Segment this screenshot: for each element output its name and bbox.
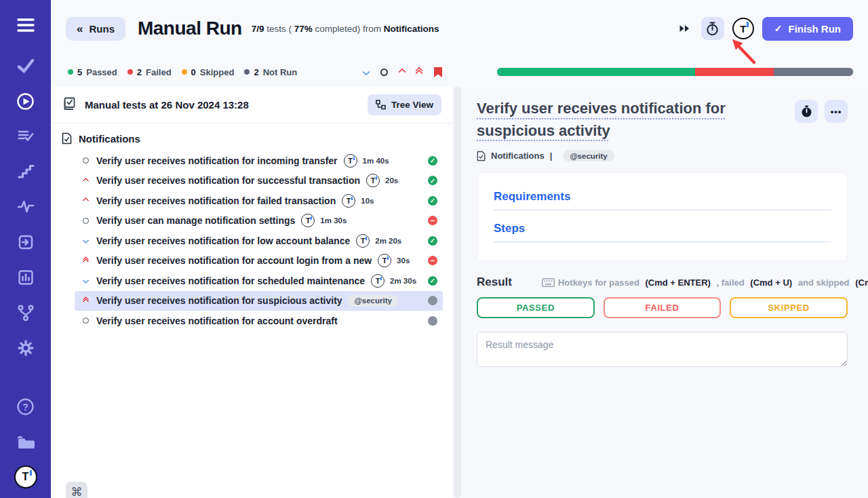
priority-highest-icon bbox=[81, 297, 90, 304]
result-not-run-icon bbox=[428, 316, 437, 326]
scrollbar-track[interactable] bbox=[454, 87, 461, 498]
hotkeys-hint: Hotkeys for passed (Cmd + ENTER) , faile… bbox=[542, 277, 868, 288]
automation-logo-icon: T bbox=[366, 174, 380, 187]
skipped-button[interactable]: SKIPPED bbox=[730, 297, 848, 318]
test-row[interactable]: Verify user receives notification for ac… bbox=[75, 251, 443, 271]
content: Manual tests at 26 Nov 2024 13:28 Tree V… bbox=[51, 87, 868, 498]
run-progress-bar bbox=[497, 68, 853, 76]
failed-button[interactable]: FAILED bbox=[604, 297, 722, 318]
file-check-icon bbox=[62, 132, 72, 145]
logo-letter: T bbox=[740, 23, 746, 35]
test-row-selected[interactable]: Verify user receives notification for su… bbox=[75, 291, 443, 311]
chevron-down-icon[interactable] bbox=[363, 69, 369, 75]
ellipsis-icon: ••• bbox=[831, 107, 842, 117]
pulse-icon[interactable] bbox=[14, 195, 37, 218]
runs-play-icon[interactable] bbox=[14, 90, 37, 113]
skipped-count: 0Skipped bbox=[182, 67, 235, 77]
test-row[interactable]: Verify user receives notification for fa… bbox=[75, 191, 443, 211]
result-message-input[interactable] bbox=[477, 332, 848, 367]
test-plans-icon[interactable] bbox=[14, 125, 37, 148]
test-row[interactable]: Verify user receives notification for sc… bbox=[75, 271, 443, 291]
result-passed-icon bbox=[428, 236, 437, 246]
steps-icon[interactable] bbox=[14, 160, 37, 183]
run-checklist-icon bbox=[62, 96, 77, 114]
requirements-section-heading[interactable]: Requirements bbox=[494, 190, 831, 210]
result-row: Result Hotkeys for passed (Cmd + ENTER) … bbox=[477, 275, 848, 289]
double-chevron-up-icon[interactable] bbox=[416, 68, 422, 76]
progress-passed-segment bbox=[497, 68, 695, 76]
settings-gear-icon[interactable] bbox=[14, 337, 37, 360]
help-icon[interactable]: ? bbox=[14, 395, 37, 418]
logo-letter: T bbox=[22, 471, 29, 483]
more-options-button[interactable]: ••• bbox=[825, 100, 848, 123]
tests-check-icon[interactable] bbox=[14, 54, 37, 77]
branches-icon[interactable] bbox=[14, 301, 37, 324]
result-passed-icon bbox=[428, 196, 437, 206]
priority-normal-icon bbox=[81, 218, 90, 224]
failed-count: 2Failed bbox=[127, 67, 172, 77]
test-duration: 2m 20s bbox=[375, 237, 401, 245]
not-run-count: 2Not Run bbox=[244, 67, 297, 77]
breadcrumb-folder[interactable]: Notifications bbox=[491, 151, 545, 161]
timer-button[interactable] bbox=[701, 17, 724, 40]
progress-failed-segment bbox=[695, 68, 774, 76]
file-check-icon bbox=[477, 151, 486, 161]
account-logo[interactable]: T bbox=[732, 18, 754, 39]
test-title: Verify user receives notification for su… bbox=[96, 295, 342, 306]
test-row[interactable]: Verify user receives notification for ac… bbox=[75, 311, 443, 331]
detail-title: Verify user receives notification for su… bbox=[477, 98, 785, 142]
fast-forward-icon[interactable] bbox=[676, 21, 693, 36]
security-tag[interactable]: @security bbox=[563, 150, 614, 161]
passed-dot-icon bbox=[68, 69, 73, 75]
test-duration: 1m 40s bbox=[363, 157, 389, 165]
keyboard-icon bbox=[542, 278, 555, 287]
run-list-title: Manual tests at 26 Nov 2024 13:28 bbox=[85, 99, 249, 111]
import-icon[interactable] bbox=[14, 231, 37, 254]
test-duration: 2m 30s bbox=[390, 277, 416, 285]
main-area: « Runs Manual Run 7/9 tests ( 77% comple… bbox=[51, 0, 868, 498]
priority-normal-icon bbox=[81, 157, 90, 164]
automation-logo-icon: T bbox=[344, 154, 357, 168]
menu-icon[interactable] bbox=[14, 14, 37, 37]
passed-button[interactable]: PASSED bbox=[477, 297, 595, 318]
bookmark-icon[interactable] bbox=[433, 66, 443, 78]
automation-logo-icon: T bbox=[378, 254, 391, 267]
test-title: Verify user receives notification for su… bbox=[96, 175, 360, 186]
result-passed-icon bbox=[428, 276, 437, 286]
priority-high-icon bbox=[81, 178, 90, 183]
suite-folder-label: Notifications bbox=[79, 133, 140, 145]
test-row[interactable]: Verify user can manage notification sett… bbox=[75, 211, 443, 231]
suite-folder-row[interactable]: Notifications bbox=[51, 123, 452, 151]
priority-low-icon bbox=[81, 278, 90, 283]
list-header: Manual tests at 26 Nov 2024 13:28 Tree V… bbox=[51, 87, 452, 123]
finish-run-button[interactable]: ✓ Finish Run bbox=[762, 17, 853, 41]
circle-icon[interactable] bbox=[380, 69, 388, 76]
projects-folder-icon[interactable] bbox=[14, 430, 37, 453]
detail-actions: ••• bbox=[795, 98, 848, 123]
app-logo[interactable]: T bbox=[14, 465, 37, 489]
verdict-buttons: PASSED FAILED SKIPPED bbox=[477, 297, 848, 318]
result-passed-icon bbox=[428, 176, 437, 185]
scrollbar-gutter bbox=[452, 87, 462, 498]
test-row[interactable]: Verify user receives notification for lo… bbox=[75, 231, 443, 251]
steps-section-heading[interactable]: Steps bbox=[494, 222, 831, 242]
tree-view-button[interactable]: Tree View bbox=[368, 94, 441, 115]
detail-header: Verify user receives notification for su… bbox=[477, 98, 848, 142]
page-title: Manual Run bbox=[138, 18, 242, 39]
test-duration: 10s bbox=[361, 197, 374, 205]
test-title: Verify user can manage notification sett… bbox=[96, 215, 295, 226]
topbar: « Runs Manual Run 7/9 tests ( 77% comple… bbox=[51, 0, 868, 57]
stopwatch-button[interactable] bbox=[795, 100, 818, 123]
analytics-icon[interactable] bbox=[14, 266, 37, 289]
back-to-runs-button[interactable]: « Runs bbox=[66, 17, 125, 41]
result-failed-icon bbox=[428, 256, 437, 265]
priority-high-icon bbox=[81, 198, 90, 203]
chevron-up-icon[interactable] bbox=[399, 69, 405, 75]
test-row[interactable]: Verify user receives notification for su… bbox=[75, 171, 443, 191]
skipped-dot-icon bbox=[182, 69, 187, 75]
test-title: Verify user receives notification for ac… bbox=[96, 315, 338, 326]
result-failed-icon bbox=[428, 216, 437, 225]
app: ? T « Runs Manual Run 7/9 tests ( 77% co… bbox=[0, 0, 868, 498]
priority-highest-icon bbox=[81, 257, 90, 264]
test-row[interactable]: Verify user receives notification for in… bbox=[75, 151, 443, 171]
